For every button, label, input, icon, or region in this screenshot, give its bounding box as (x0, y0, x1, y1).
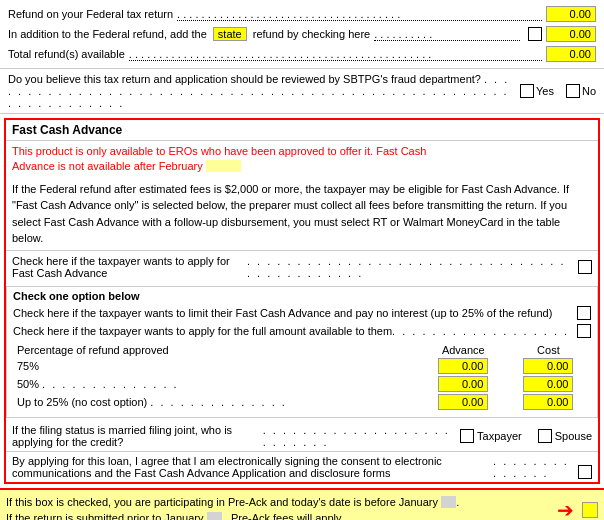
federal-refund-value: 0.00 (546, 6, 596, 22)
fraud-section: Do you believe this tax return and appli… (0, 69, 604, 114)
filing-label-wrap: If the filing status is married filing j… (12, 424, 456, 448)
preack-arrow-icon: ➔ (557, 498, 574, 520)
fast-cash-intro: This product is only available to EROs w… (6, 141, 598, 178)
fast-cash-section: Fast Cash Advance This product is only a… (4, 118, 600, 484)
filing-label-text: If the filing status is married filing j… (12, 424, 263, 448)
full-amount-checkbox[interactable] (577, 324, 591, 338)
spouse-checkbox[interactable] (538, 429, 552, 443)
consent-label-text: By applying for this loan, I agree that … (12, 455, 493, 479)
percentage-table: Percentage of refund approved Advance Co… (13, 343, 591, 411)
fraud-question: Do you believe this tax return and appli… (8, 73, 516, 109)
dots-total: . . . . . . . . . . . . . . . . . . . . … (129, 48, 542, 61)
federal-refund-row: Refund on your Federal tax return . . . … (8, 4, 596, 24)
intro-line2: Advance is not available after February (12, 160, 203, 172)
fraud-options: Yes No (516, 84, 596, 98)
preack-line1: If this box is checked, you are particip… (6, 496, 438, 508)
pct-cost: 0.00 (506, 357, 591, 375)
addition-text: In addition to the Federal refund, add t… (8, 28, 207, 40)
federal-refund-text: Refund on your Federal tax return (8, 8, 173, 20)
state-refund-value: 0.00 (546, 26, 596, 42)
consent-label-wrap: By applying for this loan, I agree that … (12, 455, 574, 479)
preack-checkbox-area: ➔ (549, 498, 598, 520)
fast-cash-body: If the Federal refund after estimated fe… (6, 178, 598, 250)
spouse-option: Spouse (534, 429, 592, 443)
total-refund-text: Total refund(s) available (8, 48, 125, 60)
limit-row: Check here if the taxpayer wants to limi… (13, 304, 591, 322)
refund-section: Refund on your Federal tax return . . . … (0, 0, 604, 69)
fast-cash-title: Fast Cash Advance (12, 123, 122, 137)
intro-line1: This product is only available to EROs w… (12, 145, 426, 157)
taxpayer-option: Taxpayer (456, 429, 522, 443)
fraud-yes-checkbox[interactable] (520, 84, 534, 98)
apply-checkbox[interactable] (578, 260, 592, 274)
apply-check-label: Check here if the taxpayer wants to appl… (12, 255, 574, 279)
preack-date2 (207, 512, 222, 520)
fast-cash-body-para: If the Federal refund after estimated fe… (12, 181, 592, 247)
full-amount-row: Check here if the taxpayer wants to appl… (13, 322, 591, 340)
filing-status-row: If the filing status is married filing j… (6, 421, 598, 451)
intro-date-highlight (206, 160, 241, 172)
advance-header: Advance (421, 343, 506, 357)
pct-advance: 0.00 (421, 357, 506, 375)
state-refund-checkbox[interactable] (528, 27, 542, 41)
apply-check-text: Check here if the taxpayer wants to appl… (12, 255, 247, 279)
pct-label: 50% . . . . . . . . . . . . . . (13, 375, 421, 393)
state-refund-row: In addition to the Federal refund, add t… (8, 24, 596, 44)
fraud-yes-option: Yes (516, 84, 554, 98)
total-refund-label: Total refund(s) available . . . . . . . … (8, 48, 546, 61)
apply-dots: . . . . . . . . . . . . . . . . . . . . … (247, 255, 574, 279)
taxpayer-spouse-options: Taxpayer Spouse (456, 429, 592, 443)
preack-date1 (441, 496, 456, 508)
pct-header: Percentage of refund approved (13, 343, 421, 357)
fraud-no-option: No (562, 84, 596, 98)
preack-text: If this box is checked, you are particip… (6, 494, 549, 520)
consent-dots: . . . . . . . . . . . . . . (493, 455, 574, 479)
pct-cost: 0.00 (506, 393, 591, 411)
taxpayer-label: Taxpayer (477, 430, 522, 442)
limit-label-text: Check here if the taxpayer wants to limi… (13, 307, 552, 319)
table-row: 75%0.000.00 (13, 357, 591, 375)
preack-line2-end: , Pre-Ack fees will apply (225, 512, 342, 520)
consent-checkbox[interactable] (578, 465, 592, 479)
federal-refund-label: Refund on your Federal tax return . . . … (8, 8, 546, 21)
fraud-no-label: No (582, 85, 596, 97)
state-word: state (213, 27, 247, 41)
dots-state: . . . . . . . . . . (374, 28, 520, 41)
cost-header: Cost (506, 343, 591, 357)
fraud-question-text: Do you believe this tax return and appli… (8, 73, 481, 85)
fraud-no-checkbox[interactable] (566, 84, 580, 98)
preack-dots: . . . . . . . (345, 512, 411, 520)
pct-cost: 0.00 (506, 375, 591, 393)
full-amount-dots: . . . . . . . . . . . . . . . . . . (392, 325, 569, 337)
pct-advance: 0.00 (421, 375, 506, 393)
fast-cash-header: Fast Cash Advance (6, 120, 598, 141)
pct-label: Up to 25% (no cost option) . . . . . . .… (13, 393, 421, 411)
full-amount-text: Check here if the taxpayer wants to appl… (13, 325, 392, 337)
limit-label-wrap: Check here if the taxpayer wants to limi… (13, 307, 573, 319)
table-row: Up to 25% (no cost option) . . . . . . .… (13, 393, 591, 411)
preack-line2: If the return is submitted prior to Janu… (6, 512, 203, 520)
check-one-subsection: Check one option below Check here if the… (6, 286, 598, 418)
dots-federal: . . . . . . . . . . . . . . . . . . . . … (177, 8, 542, 21)
pct-advance: 0.00 (421, 393, 506, 411)
preack-section: If this box is checked, you are particip… (0, 488, 604, 520)
fraud-yes-label: Yes (536, 85, 554, 97)
total-refund-row: Total refund(s) available . . . . . . . … (8, 44, 596, 64)
total-refund-value: 0.00 (546, 46, 596, 62)
taxpayer-checkbox[interactable] (460, 429, 474, 443)
full-amount-label-wrap: Check here if the taxpayer wants to appl… (13, 325, 573, 337)
filing-dots: . . . . . . . . . . . . . . . . . . . . … (263, 424, 456, 448)
pct-label: 75% (13, 357, 421, 375)
apply-row-container: Check here if the taxpayer wants to appl… (6, 250, 598, 283)
table-row: 50% . . . . . . . . . . . . . .0.000.00 (13, 375, 591, 393)
consent-row: By applying for this loan, I agree that … (6, 451, 598, 482)
apply-check-row: Check here if the taxpayer wants to appl… (12, 253, 592, 281)
preack-checkbox[interactable] (582, 502, 598, 518)
refund-by-text: refund by checking here (253, 28, 370, 40)
spouse-label: Spouse (555, 430, 592, 442)
state-refund-label: In addition to the Federal refund, add t… (8, 27, 524, 41)
check-one-label: Check one option below (13, 290, 591, 302)
limit-checkbox[interactable] (577, 306, 591, 320)
